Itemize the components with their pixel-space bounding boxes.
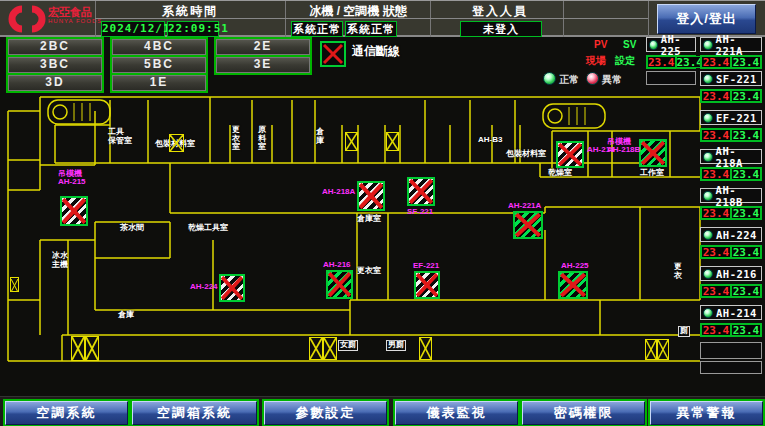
plan-unit-ah-225[interactable] bbox=[558, 271, 588, 299]
floor-button-3d[interactable]: 3D bbox=[8, 75, 102, 91]
plan-unit-label-ah-215: 吊模機AH-215 bbox=[58, 170, 86, 186]
plan-unit-ah-216[interactable] bbox=[326, 270, 353, 299]
footer-button-password-permission[interactable]: 密碼權限 bbox=[522, 401, 645, 425]
pv-value: 23.4 bbox=[701, 246, 731, 258]
corridor-hatch-icon bbox=[169, 134, 184, 152]
comm-fail-x-icon bbox=[558, 143, 582, 166]
status-led-icon bbox=[703, 113, 713, 123]
unit-tile-ah-214[interactable]: AH-214 bbox=[700, 305, 762, 320]
pv-value: 23.4 bbox=[701, 168, 731, 180]
plan-unit-sf-221[interactable] bbox=[407, 177, 435, 206]
plan-unit-label-ah-216: AH-216 bbox=[323, 261, 351, 269]
footer-button-ahu-box-system[interactable]: 空調箱系統 bbox=[132, 401, 257, 425]
sv-value: 23.4 bbox=[731, 207, 761, 219]
unit-name: SF-221 bbox=[716, 73, 757, 85]
chiller-status-value: 系統正常 bbox=[291, 21, 343, 37]
plan-unit-ah-221a[interactable] bbox=[513, 211, 543, 239]
footer-button-abnormal-alarm[interactable]: 異常警報 bbox=[650, 401, 763, 425]
corridor-hatch-icon bbox=[657, 339, 669, 360]
room-label: 男廁 bbox=[386, 340, 406, 351]
pv-value: 23.4 bbox=[701, 207, 731, 219]
footer-button-hvac-system[interactable]: 空調系統 bbox=[5, 401, 128, 425]
plan-unit-label-ah-221a: AH-221A bbox=[508, 202, 541, 210]
unit-tile-sf-221[interactable]: SF-221 bbox=[700, 71, 762, 86]
sv-value: 23.4 bbox=[731, 129, 761, 141]
unit-name: AH-216 bbox=[716, 268, 757, 280]
comm-fail-x-icon bbox=[62, 198, 86, 224]
unit-name: AH-214 bbox=[716, 307, 757, 319]
corridor-hatch-icon bbox=[309, 337, 323, 360]
unit-tile-ah-218b[interactable]: AH-218B bbox=[700, 188, 762, 203]
system-date-value: 2024/12/12 bbox=[101, 21, 165, 37]
unit-values-ah-218a: 23.423.4 bbox=[700, 167, 762, 181]
unit-values-ah-224: 23.423.4 bbox=[700, 245, 762, 259]
pv-value: 23.4 bbox=[701, 56, 731, 68]
room-label: 茶水間 bbox=[120, 224, 144, 233]
room-label: 倉庫室 bbox=[357, 215, 381, 224]
header-divider bbox=[95, 1, 96, 37]
plan-unit-ah-215[interactable] bbox=[60, 196, 88, 226]
footer-button-meter-monitor[interactable]: 儀表監視 bbox=[395, 401, 518, 425]
floor-button-5bc[interactable]: 5BC bbox=[112, 57, 206, 73]
status-led-icon bbox=[703, 191, 713, 201]
hmi-screen: 吊模機AH-215 AH-218A SF-221 EF-221 AH-221A … bbox=[0, 0, 765, 426]
sv-value: 23.4 bbox=[731, 168, 761, 180]
unit-tile-ah-221a[interactable]: AH-221A bbox=[700, 37, 762, 52]
floor-button-4bc[interactable]: 4BC bbox=[112, 39, 206, 55]
comm-fail-label: 通信斷線 bbox=[352, 47, 400, 56]
status-led-icon bbox=[703, 74, 713, 84]
unit-values-ah-218b: 23.423.4 bbox=[700, 206, 762, 220]
floor-button-2bc[interactable]: 2BC bbox=[8, 39, 102, 55]
status-led-icon bbox=[703, 152, 713, 162]
floor-button-3bc[interactable]: 3BC bbox=[8, 57, 102, 73]
floor-button-1e[interactable]: 1E bbox=[112, 75, 206, 91]
pv-value: 23.4 bbox=[701, 324, 731, 336]
normal-legend-label: 正常 bbox=[559, 73, 579, 87]
unit-tile-ah-224[interactable]: AH-224 bbox=[700, 227, 762, 242]
room-label: 更衣室 bbox=[232, 126, 240, 152]
room-label: 包裝材料室 bbox=[506, 150, 546, 159]
unit-values-ah-216: 23.423.4 bbox=[700, 284, 762, 298]
status-led-icon bbox=[703, 230, 713, 240]
plan-unit-label-ah-218b: 吊模機AH-218B bbox=[607, 138, 640, 154]
plan-unit-ah-214[interactable] bbox=[556, 141, 584, 168]
unit-values-ef-221: 23.423.4 bbox=[700, 128, 762, 142]
corridor-hatch-icon bbox=[345, 132, 358, 151]
status-led-icon bbox=[649, 40, 658, 50]
footer-bar: 空調系統空調箱系統參數設定儀表監視密碼權限異常警報 bbox=[0, 396, 765, 426]
system-time-value: 22:09:51 bbox=[167, 21, 219, 37]
corridor-hatch-icon bbox=[85, 336, 99, 361]
unit-tile-ah-225[interactable]: AH-225 bbox=[646, 37, 696, 52]
unit-tile-ah-216[interactable]: AH-216 bbox=[700, 266, 762, 281]
plan-unit-label-ah-224: AH-224 bbox=[190, 283, 218, 291]
room-label: 乾燥工具室 bbox=[188, 224, 228, 233]
floor-button-2e[interactable]: 2E bbox=[216, 39, 310, 55]
pv-value: 23.4 bbox=[701, 129, 731, 141]
floor-button-3e[interactable]: 3E bbox=[216, 57, 310, 73]
room-label: 乾燥室 bbox=[548, 169, 572, 178]
pv-legend-label: PV bbox=[594, 39, 607, 50]
unit-name: AH-224 bbox=[716, 229, 757, 241]
status-led-icon bbox=[703, 308, 713, 318]
plan-unit-ef-221[interactable] bbox=[414, 271, 440, 299]
unit-tile-ef-221[interactable]: EF-221 bbox=[700, 110, 762, 125]
corridor-hatch-icon bbox=[419, 337, 432, 360]
comm-fail-x-icon bbox=[409, 179, 433, 204]
unit-values-ah-221a: 23.423.4 bbox=[700, 55, 762, 69]
plan-unit-label-ef-221: EF-221 bbox=[413, 262, 439, 270]
sv-value: 23.4 bbox=[731, 246, 761, 258]
room-label: 倉庫 bbox=[316, 128, 324, 145]
company-logo-icon bbox=[8, 5, 46, 37]
plan-unit-ah-224[interactable] bbox=[219, 274, 245, 302]
corridor-hatch-icon bbox=[386, 132, 399, 151]
plan-unit-ah-218a[interactable] bbox=[357, 181, 385, 211]
empty-tile-slot bbox=[646, 71, 696, 85]
header-divider bbox=[648, 1, 649, 37]
header-divider bbox=[563, 1, 564, 37]
footer-button-parameter-setting[interactable]: 參數設定 bbox=[264, 401, 387, 425]
login-logout-button[interactable]: 登入/登出 bbox=[657, 4, 756, 34]
plan-unit-ah-218b[interactable] bbox=[639, 139, 667, 167]
room-label: 倉庫 bbox=[118, 311, 134, 320]
unit-tile-ah-218a[interactable]: AH-218A bbox=[700, 149, 762, 164]
comm-fail-x-icon bbox=[515, 213, 541, 237]
